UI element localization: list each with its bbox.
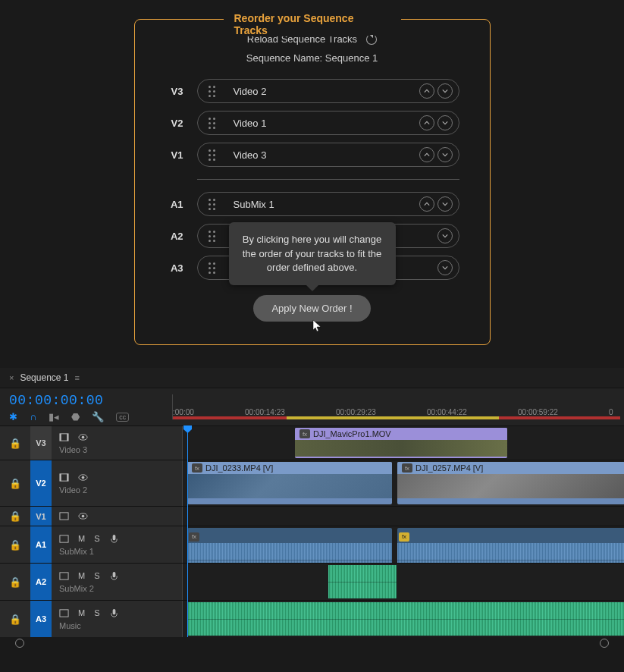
track-badge[interactable]: A2 (30, 564, 52, 600)
move-down-button[interactable] (437, 115, 453, 130)
track-row-a1: A1 SubMix 1 (165, 192, 459, 216)
captions-icon[interactable]: cc (116, 413, 129, 422)
svg-rect-10 (60, 513, 68, 520)
lock-icon[interactable]: 🔒 (0, 526, 30, 563)
eye-icon[interactable] (78, 511, 88, 521)
ruler-mark: 00:00:59:22 (518, 408, 609, 416)
source-patch-icon[interactable] (59, 473, 69, 482)
svg-rect-15 (60, 572, 68, 579)
move-down-button[interactable] (437, 147, 453, 162)
drag-handle-icon[interactable] (209, 231, 215, 242)
move-down-button[interactable] (437, 83, 453, 99)
mute-button[interactable]: M (78, 608, 85, 617)
drag-handle-icon[interactable] (209, 86, 215, 97)
clip-label: DJI_0233.MP4 [V] (205, 463, 273, 473)
video-clip[interactable]: fxDJI_MavicPro1.MOV (295, 428, 507, 458)
move-up-button[interactable] (419, 115, 434, 130)
timecode-display[interactable]: 00:00:00:00 (9, 393, 163, 408)
voice-over-icon[interactable] (109, 571, 119, 581)
timeline-scrollbar[interactable] (0, 637, 624, 649)
track-badge[interactable]: V3 (30, 426, 52, 460)
svg-point-4 (82, 435, 85, 438)
scroll-handle-right[interactable] (600, 639, 609, 648)
video-clip[interactable]: fxDJI_0257.MP4 [V] (397, 462, 624, 504)
tab-name[interactable]: Sequence 1 (20, 372, 68, 383)
tooltip: By clicking here you will change the ord… (229, 222, 396, 285)
clip-thumbnail (295, 440, 507, 457)
eye-icon[interactable] (78, 432, 88, 442)
drag-handle-icon[interactable] (209, 199, 215, 210)
reload-icon[interactable] (366, 34, 377, 45)
eye-icon[interactable] (78, 473, 88, 482)
source-patch-icon[interactable] (59, 534, 69, 544)
video-clip[interactable]: fxDJI_0233.MP4 [V] (187, 462, 392, 504)
move-up-button[interactable] (419, 83, 434, 99)
drag-handle-icon[interactable] (209, 149, 215, 161)
wrench-icon[interactable]: 🔧 (92, 411, 104, 422)
solo-button[interactable]: S (94, 608, 99, 617)
ruler-area[interactable]: :00:00 00:00:14:23 00:00:29:23 00:00:44:… (172, 394, 624, 419)
track-badge[interactable]: A3 (30, 601, 52, 637)
track-badge[interactable]: V2 (30, 460, 52, 506)
track-pill[interactable]: SubMix 1 (197, 192, 459, 216)
marker-icon[interactable]: ⬣ (71, 411, 80, 422)
source-patch-icon[interactable] (59, 571, 69, 581)
sequence-name: Sequence Name: Sequence 1 (158, 52, 467, 64)
track-row-v3: V3 Video 2 (165, 79, 459, 103)
slot-label: A1 (165, 199, 183, 210)
track-pill[interactable]: Video 2 (197, 79, 459, 103)
tab-menu-icon[interactable]: ≡ (75, 373, 80, 382)
source-patch-icon[interactable] (59, 511, 69, 521)
lock-icon[interactable]: 🔒 (0, 564, 30, 600)
time-ruler[interactable]: :00:00 00:00:14:23 00:00:29:23 00:00:44:… (173, 394, 624, 416)
move-down-button[interactable] (437, 196, 453, 212)
audio-clip[interactable]: fx (397, 528, 624, 561)
drag-handle-icon[interactable] (209, 262, 215, 274)
scroll-handle-left[interactable] (15, 639, 24, 648)
ruler-mark: 00:00:14:23 (245, 408, 336, 416)
track-row-v2: V2 Video 1 (165, 111, 459, 135)
audio-clip[interactable]: fx (187, 528, 392, 561)
track-name: Video 3 (59, 445, 174, 454)
track-badge[interactable]: A1 (30, 526, 52, 563)
playhead[interactable] (187, 425, 188, 637)
fx-badge-icon: fx (399, 532, 409, 542)
track-name: Video 2 (234, 86, 416, 97)
voice-over-icon[interactable] (109, 608, 119, 618)
audio-clip[interactable] (187, 602, 624, 636)
solo-button[interactable]: S (94, 571, 99, 580)
voice-over-icon[interactable] (109, 534, 119, 544)
mute-button[interactable]: M (78, 534, 85, 543)
linked-selection-icon[interactable]: ▮◂ (49, 411, 59, 422)
lock-icon[interactable]: 🔒 (0, 460, 30, 506)
track-pill[interactable]: Video 3 (197, 143, 459, 167)
apply-button[interactable]: Apply New Order ! (253, 295, 370, 322)
track-badge[interactable]: V1 (30, 507, 52, 526)
mute-button[interactable]: M (78, 571, 85, 580)
svg-rect-14 (112, 534, 115, 539)
move-down-button[interactable] (437, 228, 453, 243)
move-up-button[interactable] (419, 196, 434, 212)
source-patch-icon[interactable] (59, 608, 69, 618)
svg-rect-1 (60, 433, 61, 440)
lock-icon[interactable]: 🔒 (0, 507, 30, 526)
magnet-icon[interactable]: ∩ (30, 411, 36, 422)
move-up-button[interactable] (419, 147, 434, 162)
snap-icon[interactable]: ✱ (9, 411, 17, 422)
lock-icon[interactable]: 🔒 (0, 426, 30, 460)
clip-label: DJI_MavicPro1.MOV (313, 429, 391, 438)
solo-button[interactable]: S (94, 534, 99, 543)
track-divider (197, 179, 459, 180)
track-pill[interactable]: Video 1 (197, 111, 459, 135)
svg-point-12 (82, 515, 85, 518)
drag-handle-icon[interactable] (209, 118, 215, 129)
ruler-mark: 00:00:44:22 (427, 408, 518, 416)
audio-clip[interactable] (328, 565, 397, 598)
render-bar (173, 416, 624, 419)
svg-rect-16 (112, 571, 115, 576)
move-down-button[interactable] (437, 260, 453, 275)
clip-thumbnail (397, 474, 624, 498)
lock-icon[interactable]: 🔒 (0, 601, 30, 637)
tab-close-icon[interactable]: × (9, 373, 14, 382)
source-patch-icon[interactable] (59, 432, 69, 442)
